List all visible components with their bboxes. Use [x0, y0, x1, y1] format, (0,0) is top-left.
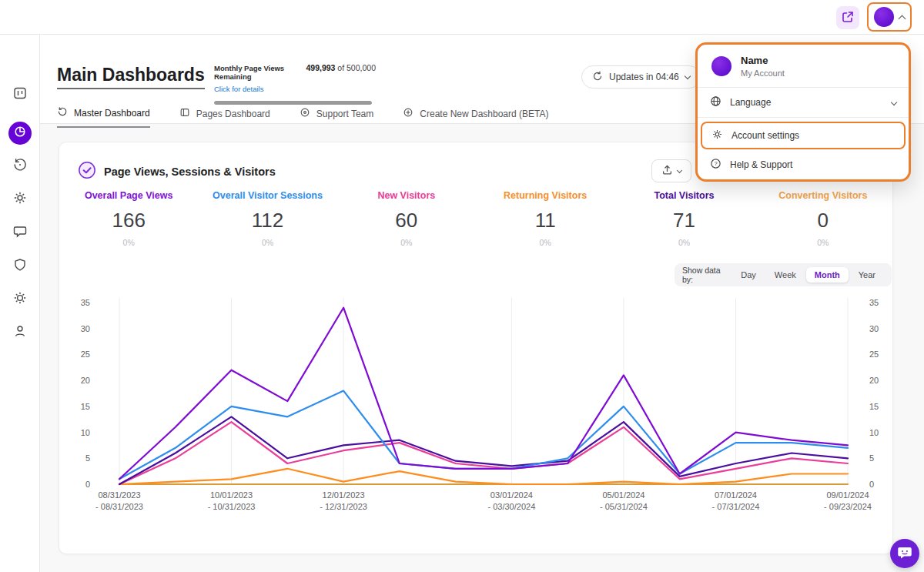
svg-text:5: 5: [85, 453, 90, 463]
sidebar: [0, 35, 40, 572]
svg-text:07/01/2024: 07/01/2024: [715, 490, 757, 500]
updates-timer-label: Updates in 04:46: [609, 72, 679, 82]
metric-delta: 0%: [198, 238, 336, 247]
sidebar-item-chat[interactable]: [9, 222, 31, 244]
metric-label: Total Visitors: [614, 190, 753, 201]
menu-profile-row[interactable]: Name My Account: [698, 45, 909, 87]
metric-new-visitors: New Visitors 60 0%: [337, 190, 476, 247]
show-data-by-month[interactable]: Month: [806, 267, 849, 283]
master-dashboard-icon: [57, 106, 68, 119]
svg-text:- 07/31/2024: - 07/31/2024: [712, 502, 760, 511]
chevron-up-icon: [899, 15, 906, 22]
metric-delta: 0%: [476, 238, 614, 247]
metric-delta: 0%: [59, 238, 198, 247]
metric-delta: 0%: [337, 238, 476, 247]
metric-label: Overall Visitor Sessions: [198, 190, 336, 201]
svg-text:- 03/30/2024: - 03/30/2024: [487, 502, 535, 511]
svg-text:- 10/31/2023: - 10/31/2023: [208, 502, 256, 511]
metric-label: Converting Visitors: [754, 190, 892, 201]
show-data-by-year[interactable]: Year: [850, 267, 884, 283]
metric-value: 11: [476, 209, 614, 232]
page-title: Main Dashboards: [57, 65, 205, 89]
menu-item-help-support[interactable]: ? Help & Support: [698, 150, 909, 179]
account-dropdown-menu: Name My Account Language Account setting…: [695, 42, 911, 182]
tab-create-new-dashboard[interactable]: Create New Dashboard (BETA): [403, 106, 548, 128]
metric-value: 0: [754, 209, 892, 232]
menu-item-label: Language: [730, 97, 771, 108]
svg-text:10: 10: [81, 428, 90, 437]
sidebar-item-history[interactable]: [9, 156, 31, 177]
menu-avatar: [711, 56, 732, 76]
menu-item-language[interactable]: Language: [698, 88, 909, 117]
svg-text:30: 30: [81, 324, 90, 333]
svg-text:30: 30: [869, 324, 879, 333]
quota-progress-fill: [214, 101, 372, 105]
user-avatar[interactable]: [874, 7, 894, 27]
svg-text:- 09/23/2024: - 09/23/2024: [824, 502, 872, 511]
svg-text:- 05/31/2024: - 05/31/2024: [600, 502, 648, 511]
metric-delta: 0%: [754, 238, 892, 247]
svg-text:09/01/2024: 09/01/2024: [826, 490, 869, 500]
updates-timer-button[interactable]: Updates in 04:46: [581, 65, 701, 89]
menu-item-account-settings[interactable]: Account settings: [701, 122, 906, 149]
quota-progress-track: [214, 101, 372, 105]
sidebar-item-boards[interactable]: [9, 84, 31, 105]
menu-user-name: Name: [741, 55, 785, 66]
tab-label: Support Team: [316, 109, 374, 119]
svg-text:10/01/2023: 10/01/2023: [210, 490, 253, 500]
svg-text:15: 15: [81, 402, 90, 411]
pages-dashboard-icon: [179, 107, 190, 120]
open-external-button[interactable]: [836, 6, 859, 29]
plus-circle-icon: [403, 107, 413, 120]
sidebar-item-team[interactable]: [9, 322, 31, 343]
tab-support-team[interactable]: Support Team: [300, 106, 374, 128]
svg-text:20: 20: [869, 376, 879, 385]
svg-text:0: 0: [85, 480, 90, 489]
tab-master-dashboard[interactable]: Master Dashboard: [57, 106, 150, 128]
integrations-gear-icon: [12, 190, 28, 209]
quota-widget: Monthly Page Views Remaining 499,993 of …: [214, 63, 376, 105]
quota-details-link[interactable]: Click for details: [214, 85, 263, 93]
sidebar-item-security[interactable]: [9, 256, 31, 277]
metric-overall-visitor-sessions: Overall Visitor Sessions 112 0%: [198, 190, 336, 247]
show-data-by-control: Show data by: Day Week Month Year: [675, 263, 892, 286]
show-data-by-week[interactable]: Week: [766, 267, 805, 283]
svg-text:- 12/31/2023: - 12/31/2023: [320, 502, 367, 511]
chat-smiley-icon: [897, 545, 912, 563]
sidebar-item-integrations[interactable]: [9, 189, 31, 210]
metric-value: 166: [59, 209, 198, 232]
refresh-icon: [592, 71, 603, 84]
chat-support-button[interactable]: [890, 539, 919, 568]
metric-total-visitors: Total Visitors 71 0%: [614, 190, 753, 247]
metric-value: 71: [614, 209, 753, 232]
menu-divider: [698, 117, 909, 118]
tab-label: Master Dashboard: [74, 108, 150, 119]
metric-returning-visitors: Returning Visitors 11 0%: [476, 190, 614, 247]
help-icon: ?: [710, 158, 721, 172]
account-menu-trigger[interactable]: [867, 2, 912, 32]
svg-text:?: ?: [714, 160, 717, 167]
person-icon: [12, 323, 28, 342]
svg-text:03/01/2024: 03/01/2024: [490, 490, 533, 500]
export-button[interactable]: [651, 159, 691, 182]
svg-text:15: 15: [869, 402, 879, 411]
metrics-row: Overall Page Views 166 0% Overall Visito…: [59, 190, 892, 247]
history-icon: [12, 157, 28, 176]
menu-item-label: Help & Support: [730, 159, 792, 170]
show-data-by-day[interactable]: Day: [732, 267, 765, 283]
topbar: [0, 0, 924, 35]
show-data-by-label: Show data by:: [682, 266, 726, 284]
sidebar-item-settings[interactable]: [9, 289, 31, 310]
quota-count: 499,993 of 500,000: [306, 63, 376, 72]
svg-text:- 08/31/2023: - 08/31/2023: [95, 502, 143, 511]
dashboard-tabs: Master Dashboard Pages Dashboard Support…: [57, 106, 548, 128]
tab-label: Pages Dashboard: [196, 109, 270, 119]
metric-label: Returning Visitors: [476, 190, 614, 201]
svg-text:08/31/2023: 08/31/2023: [98, 490, 140, 500]
metric-value: 60: [337, 209, 476, 232]
external-link-icon: [842, 11, 854, 25]
svg-text:5: 5: [869, 453, 874, 463]
sidebar-item-dashboards[interactable]: [8, 122, 32, 145]
app-root: Main Dashboards Monthly Page Views Remai…: [0, 0, 924, 572]
tab-pages-dashboard[interactable]: Pages Dashboard: [179, 106, 270, 128]
